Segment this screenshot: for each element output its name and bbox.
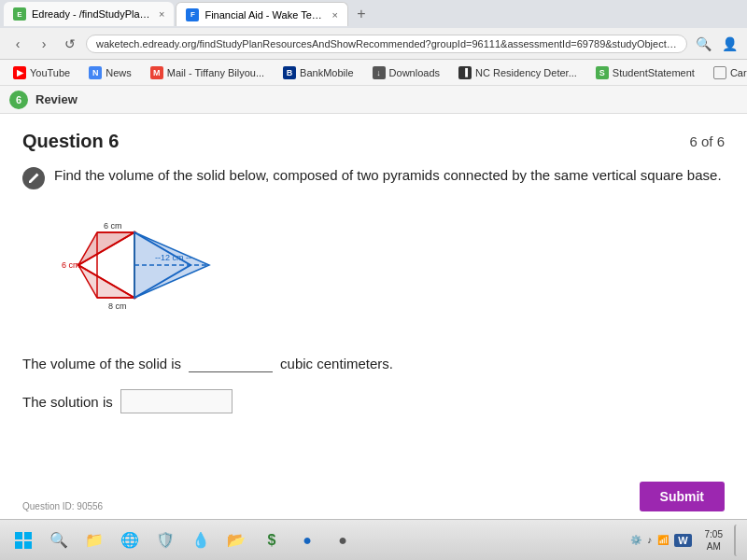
bookmark-dl-icon: ↓ <box>373 66 386 79</box>
bookmark-mail[interactable]: M Mail - Tiffany Bilyou... <box>143 64 272 81</box>
sys-tray: ⚙️ ♪ 📶 W <box>625 534 697 547</box>
svg-rect-14 <box>15 532 22 539</box>
answer-line: The volume of the solid is cubic centime… <box>22 354 725 372</box>
taskbar-wifi-icon[interactable]: 📶 <box>657 535 669 545</box>
taskbar-gear-icon[interactable]: ⚙️ <box>630 535 641 545</box>
svg-text:--12 cm --: --12 cm -- <box>155 253 191 262</box>
bookmark-news-icon: N <box>89 66 102 79</box>
solution-prefix: The solution is <box>22 394 113 410</box>
svg-text:8 cm: 8 cm <box>108 301 127 311</box>
taskbar-word-icon[interactable]: W <box>674 534 691 547</box>
bookmark-youtube[interactable]: ▶ YouTube <box>6 64 78 81</box>
answer-area: The volume of the solid is cubic centime… <box>0 354 747 413</box>
taskbar-blue-circle-icon[interactable]: ● <box>291 525 323 556</box>
taskbar-search-button[interactable]: 🔍 <box>43 525 75 556</box>
question-area: Question 6 6 of 6 Find the volume of the… <box>0 114 747 354</box>
search-icon[interactable]: 🔍 <box>693 34 713 54</box>
bookmark-career-icon <box>713 66 726 79</box>
bookmark-ss[interactable]: S StudentStatement <box>588 64 702 81</box>
bookmark-downloads[interactable]: ↓ Downloads <box>365 64 447 81</box>
svg-rect-15 <box>24 532 32 539</box>
start-button[interactable] <box>7 525 39 556</box>
review-badge: 6 <box>9 91 28 109</box>
bookmark-youtube-label: YouTube <box>30 67 70 78</box>
address-bar: ‹ › ↺ waketech.edready.org/findStudyPlan… <box>0 28 747 60</box>
forward-button[interactable]: › <box>34 34 54 54</box>
tab-close-edready[interactable]: × <box>159 8 164 20</box>
question-title: Question 6 <box>22 131 119 152</box>
bookmark-ss-icon: S <box>596 66 609 79</box>
bookmark-nc-icon: ▐ <box>458 66 472 79</box>
answer-suffix: cubic centimeters. <box>280 356 393 371</box>
svg-marker-4 <box>78 265 134 298</box>
bookmark-career-label: Career Midterm - G... <box>730 67 747 78</box>
page-content: 6 Review Question 6 6 of 6 Find the volu… <box>0 86 747 523</box>
bookmark-bank-icon: B <box>283 66 296 79</box>
pencil-icon <box>22 167 45 189</box>
svg-rect-17 <box>24 541 32 549</box>
submit-button[interactable]: Submit <box>640 482 725 511</box>
question-header: Question 6 6 of 6 <box>22 131 725 152</box>
new-tab-button[interactable]: + <box>350 3 373 25</box>
bookmarks-bar: ▶ YouTube N News M Mail - Tiffany Bilyou… <box>0 60 747 86</box>
review-label: Review <box>35 92 78 106</box>
taskbar-browser-icon[interactable]: 🌐 <box>114 525 146 556</box>
taskbar-music-icon[interactable]: ♪ <box>647 535 652 545</box>
solution-input[interactable] <box>120 389 233 413</box>
url-input[interactable]: waketech.edready.org/findStudyPlanResour… <box>86 35 687 53</box>
svg-rect-16 <box>15 541 22 549</box>
pyramid-figure: 6 cm --12 cm -- 6 cm 8 cm <box>41 204 247 326</box>
bookmark-nc[interactable]: ▐ NC Residency Deter... <box>451 64 585 81</box>
bookmark-mail-icon: M <box>150 66 163 79</box>
answer-blank <box>189 354 273 372</box>
answer-prefix: The volume of the solid is <box>22 356 181 371</box>
taskbar-dollar-icon[interactable]: $ <box>256 525 288 556</box>
taskbar-folder-icon[interactable]: 📂 <box>220 525 252 556</box>
taskbar-files-icon[interactable]: 📁 <box>78 525 110 556</box>
taskbar-dropbox-icon[interactable]: 💧 <box>185 525 217 556</box>
bookmark-youtube-icon: ▶ <box>13 66 26 79</box>
bookmark-news-label: News <box>106 67 132 78</box>
tab-favicon-edready: E <box>13 7 26 21</box>
tab-label-financial: Financial Aid - Wake Technical Co <box>204 9 326 21</box>
reload-button[interactable]: ↺ <box>60 34 80 54</box>
svg-marker-3 <box>78 232 134 265</box>
bookmark-news[interactable]: N News <box>81 64 139 81</box>
bookmark-bank-label: BankMobile <box>300 67 353 78</box>
bookmark-career[interactable]: Career Midterm - G... <box>706 64 747 81</box>
tab-bar: E Edready - /findStudyPlanResourc × F Fi… <box>0 0 747 28</box>
taskbar-show-desktop[interactable] <box>734 525 740 556</box>
bookmark-ss-label: StudentStatement <box>613 67 695 78</box>
pyramid-svg: 6 cm --12 cm -- 6 cm 8 cm <box>41 204 247 326</box>
question-text-container: Find the volume of the solid below, comp… <box>22 165 725 189</box>
taskbar-shield-icon[interactable]: 🛡️ <box>149 525 181 556</box>
taskbar: 🔍 📁 🌐 🛡️ 💧 📂 $ ● ● ⚙️ ♪ 📶 W 7:05 AM <box>0 519 747 560</box>
back-button[interactable]: ‹ <box>7 34 28 54</box>
review-bar: 6 Review <box>0 86 747 114</box>
taskbar-clock: 7:05 AM <box>701 528 726 553</box>
tab-favicon-financial: F <box>186 8 199 21</box>
tab-label-edready: Edready - /findStudyPlanResourc <box>32 8 153 20</box>
bookmark-dl-label: Downloads <box>389 67 440 78</box>
solution-area: The solution is <box>22 389 725 413</box>
svg-text:6 cm: 6 cm <box>104 221 122 231</box>
tab-close-financial[interactable]: × <box>331 9 337 21</box>
bookmark-mail-label: Mail - Tiffany Bilyou... <box>167 67 264 78</box>
bookmark-nc-label: NC Residency Deter... <box>475 67 577 78</box>
bookmark-bank[interactable]: B BankMobile <box>275 64 360 81</box>
profile-icon[interactable]: 👤 <box>719 34 740 54</box>
question-text: Find the volume of the solid below, comp… <box>54 165 722 187</box>
tab-edready[interactable]: E Edready - /findStudyPlanResourc × <box>4 2 174 26</box>
svg-text:6 cm: 6 cm <box>62 260 80 270</box>
question-count: 6 of 6 <box>689 133 725 149</box>
taskbar-dot-icon[interactable]: ● <box>327 525 359 556</box>
question-id: Question ID: 90556 <box>22 501 103 511</box>
tab-financial-aid[interactable]: F Financial Aid - Wake Technical Co × <box>176 2 347 26</box>
